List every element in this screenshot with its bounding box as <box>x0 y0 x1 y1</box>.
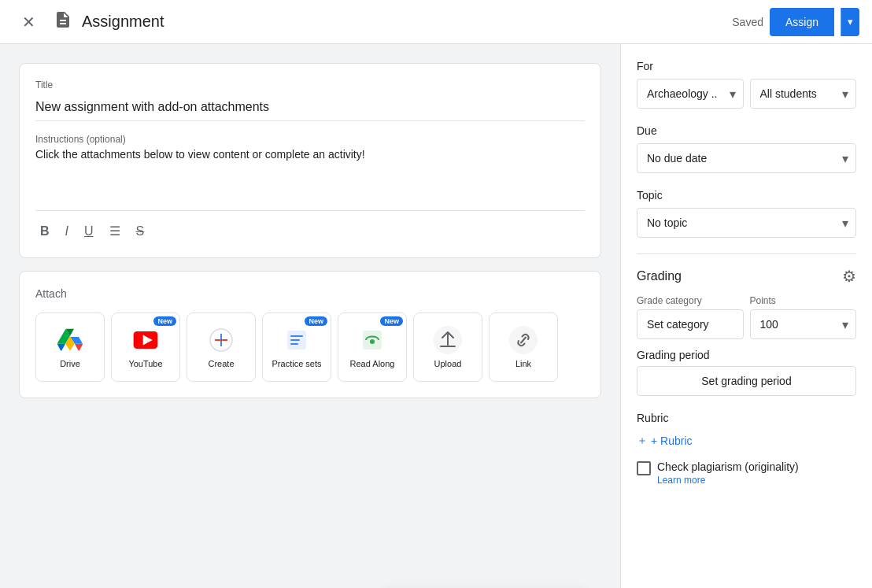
assign-dropdown-button[interactable]: ▾ <box>841 8 859 36</box>
topic-select[interactable]: No topic <box>637 208 856 238</box>
for-row: Archaeology ... ▾ All students ▾ <box>637 79 856 109</box>
students-select-wrapper: All students ▾ <box>750 79 857 109</box>
grading-settings-button[interactable]: ⚙ <box>842 267 856 286</box>
document-icon <box>54 10 72 34</box>
topic-section: Topic No topic ▾ <box>637 189 856 238</box>
due-select[interactable]: No due date <box>637 143 856 173</box>
upload-icon <box>434 326 462 354</box>
class-select[interactable]: Archaeology ... <box>637 79 744 109</box>
grade-category-col: Grade category Set category <box>637 295 744 339</box>
attach-link-label: Link <box>515 359 531 368</box>
title-instructions-card: Title Instructions (optional) Click the … <box>19 63 601 258</box>
page-title: Assignment <box>82 13 164 31</box>
link-icon <box>509 326 538 354</box>
attach-upload-label: Upload <box>434 359 462 368</box>
due-section: Due No due date ▾ <box>637 124 856 173</box>
grading-header: Grading ⚙ <box>637 267 856 286</box>
attach-read-along-label: Read Along <box>350 359 395 368</box>
drive-icon <box>56 326 84 354</box>
underline-button[interactable]: U <box>79 221 98 242</box>
rubric-section: Rubric ＋ + Rubric <box>637 412 856 451</box>
points-select[interactable]: 100 50 10 Ungraded <box>750 309 857 339</box>
italic-button[interactable]: I <box>61 221 73 242</box>
bold-button[interactable]: B <box>35 221 54 242</box>
attach-practice-sets-label: Practice sets <box>272 359 322 368</box>
grading-title: Grading <box>637 269 682 283</box>
due-select-wrapper: No due date ▾ <box>637 143 856 173</box>
practice-sets-new-badge: New <box>305 316 327 326</box>
attach-link[interactable]: Link <box>489 312 558 382</box>
attach-youtube[interactable]: New YouTube <box>111 312 180 382</box>
due-label: Due <box>637 124 856 137</box>
attach-drive-label: Drive <box>60 359 80 368</box>
points-label: Points <box>750 295 857 306</box>
read-along-new-badge: New <box>380 316 403 326</box>
attach-grid: Drive New YouTube <box>35 312 585 382</box>
header-right: Saved Assign ▾ <box>732 8 859 36</box>
set-category-button[interactable]: Set category <box>637 309 744 339</box>
svg-point-7 <box>370 339 375 344</box>
header-left: ✕ Assignment <box>13 6 732 38</box>
plagiarism-label: Check plagiarism (originality) <box>657 460 799 473</box>
list-button[interactable]: ☰ <box>105 220 125 242</box>
add-rubric-button[interactable]: ＋ + Rubric <box>637 431 693 451</box>
formatting-toolbar: B I U ☰ S <box>35 220 585 242</box>
topic-label: Topic <box>637 189 856 202</box>
main-layout: Title Instructions (optional) Click the … <box>0 44 872 588</box>
create-icon <box>207 326 235 354</box>
attach-youtube-label: YouTube <box>128 359 162 368</box>
grading-period-label: Grading period <box>637 349 856 361</box>
attach-practice-sets[interactable]: New Practice sets <box>262 312 331 382</box>
plagiarism-text-block: Check plagiarism (originality) Learn mor… <box>657 460 799 486</box>
app-header: ✕ Assignment Saved Assign ▾ <box>0 0 872 44</box>
points-col: Points 100 50 10 Ungraded ▾ <box>750 295 857 339</box>
attach-read-along[interactable]: New Read Along <box>338 312 407 382</box>
learn-more-link[interactable]: Learn more <box>657 475 799 486</box>
youtube-new-badge: New <box>153 316 176 326</box>
attach-upload[interactable]: Upload <box>413 312 482 382</box>
attach-label: Attach <box>35 287 585 300</box>
students-select[interactable]: All students <box>750 79 857 109</box>
attach-card: Attach Drive New YouTube <box>19 271 601 398</box>
saved-status: Saved <box>732 16 763 28</box>
title-input[interactable] <box>35 94 585 121</box>
attach-create[interactable]: Create <box>187 312 256 382</box>
topic-select-wrapper: No topic ▾ <box>637 208 856 238</box>
for-label: For <box>637 60 856 72</box>
read-along-icon <box>358 326 386 354</box>
plagiarism-row: Check plagiarism (originality) Learn mor… <box>637 460 856 486</box>
left-panel: Title Instructions (optional) Click the … <box>0 44 620 588</box>
set-grading-period-button[interactable]: Set grading period <box>637 366 856 396</box>
plagiarism-checkbox[interactable] <box>637 461 651 475</box>
add-rubric-label: + Rubric <box>651 435 693 447</box>
close-button[interactable]: ✕ <box>13 6 44 38</box>
title-label: Title <box>35 80 585 91</box>
instructions-input[interactable]: Click the attachments below to view cont… <box>35 148 585 198</box>
class-select-wrapper: Archaeology ... ▾ <box>637 79 744 109</box>
youtube-icon <box>131 326 160 354</box>
points-select-wrapper: 100 50 10 Ungraded ▾ <box>750 309 857 339</box>
plus-icon: ＋ <box>637 434 648 448</box>
attach-drive[interactable]: Drive <box>35 312 105 382</box>
attach-create-label: Create <box>208 359 234 368</box>
rubric-label: Rubric <box>637 412 856 424</box>
strikethrough-button[interactable]: S <box>131 221 150 242</box>
practice-sets-icon <box>283 326 311 354</box>
assign-button[interactable]: Assign <box>770 8 834 36</box>
right-panel: For Archaeology ... ▾ All students ▾ Due <box>620 44 872 588</box>
for-section: For Archaeology ... ▾ All students ▾ <box>637 60 856 109</box>
grade-category-label: Grade category <box>637 295 744 306</box>
grade-row: Grade category Set category Points 100 5… <box>637 295 856 339</box>
grading-section: Grading ⚙ Grade category Set category Po… <box>637 267 856 396</box>
instructions-label: Instructions (optional) <box>35 134 585 145</box>
